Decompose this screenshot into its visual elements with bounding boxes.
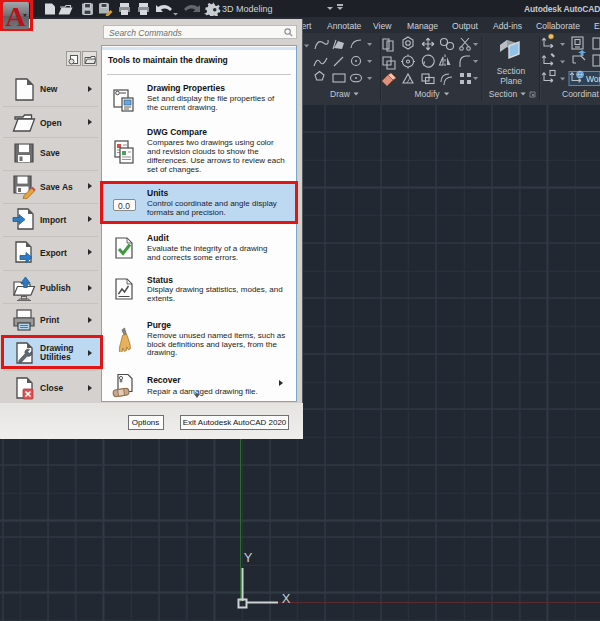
- svg-text:Draw: Draw: [330, 89, 351, 99]
- svg-text:Plane: Plane: [500, 76, 522, 86]
- svg-text:Section: Section: [497, 66, 526, 76]
- svg-text:Coordinat: Coordinat: [562, 89, 599, 99]
- svg-text:Y: Y: [244, 550, 253, 565]
- svg-text:Modify: Modify: [414, 89, 440, 99]
- svg-text:Wor: Wor: [586, 74, 600, 84]
- svg-text:X: X: [282, 591, 291, 606]
- svg-text:Section: Section: [489, 89, 518, 99]
